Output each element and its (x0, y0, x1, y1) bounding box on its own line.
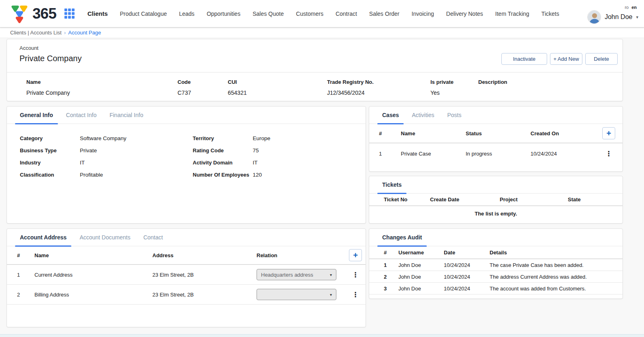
breadcrumb-separator: › (64, 30, 66, 36)
col-num: # (17, 252, 34, 258)
case-row: 1 Private Case In progress 10/24/2024 ⋮ (369, 143, 623, 164)
general-info-left-column: Category Software Company Business Type … (20, 135, 193, 183)
info-label: Number Of Employees (193, 171, 253, 178)
chevron-down-icon: ▾ (330, 273, 332, 277)
app-launcher-grid-icon[interactable] (64, 9, 75, 19)
breadcrumb-current[interactable]: Account Page (68, 30, 101, 36)
logo-text: 365 (32, 6, 56, 21)
field-value: J12/3456/2024 (327, 90, 430, 96)
breadcrumb: Clients | Accounts List › Account Page (0, 28, 644, 38)
audit-table-header: # Username Date Details (369, 246, 623, 259)
topbar-right: ro en John Doe ▾ (587, 3, 638, 24)
col-ticket-no: Ticket No (384, 196, 430, 203)
field-label: Trade Registry No. (327, 79, 430, 85)
nav-item-contract[interactable]: Contract (336, 11, 357, 17)
info-value: Europe (253, 135, 366, 142)
nav-item-product-catalogue[interactable]: Product Catalogue (120, 11, 167, 17)
nav-item-item-tracking[interactable]: Item Tracking (495, 11, 529, 17)
info-value: 120 (253, 171, 366, 178)
brand-logo[interactable]: 365 (9, 3, 56, 24)
nav-item-tickets[interactable]: Tickets (541, 11, 559, 17)
info-value: 75 (253, 147, 366, 154)
nav-item-leads[interactable]: Leads (179, 11, 195, 17)
empty-list-message: The list is empty. (369, 206, 623, 217)
cell-username: John Doe (398, 274, 444, 280)
chevron-down-icon: ▾ (636, 15, 638, 20)
field-label: Description (478, 79, 623, 85)
address-row: 2 Billing Address 23 Elm Street, 2B ▾ ⋮ (7, 285, 366, 305)
cell-name: Private Case (401, 151, 466, 157)
tab-general-info[interactable]: General Info (15, 112, 58, 124)
tab-changes-audit[interactable]: Changes Audit (377, 234, 427, 246)
info-label: Business Type (20, 147, 80, 154)
tab-activities[interactable]: Activities (407, 112, 439, 124)
tab-contact-info[interactable]: Contact Info (61, 112, 102, 124)
row-menu-icon[interactable]: ⋮ (349, 271, 362, 279)
cell-details: The case Private Case has been added. (490, 262, 616, 268)
account-titles: Account Private Company (19, 45, 81, 72)
cell-date: 10/24/2024 (444, 262, 490, 268)
tab-cases[interactable]: Cases (377, 112, 404, 124)
row-menu-icon[interactable]: ⋮ (349, 290, 362, 299)
tab-posts[interactable]: Posts (443, 112, 466, 124)
col-address: Address (152, 252, 257, 258)
nav-item-clients[interactable]: Clients (88, 10, 108, 17)
cases-tabs: Cases Activities Posts (369, 107, 623, 124)
col-status: Status (466, 130, 531, 137)
field-value: Private Company (26, 90, 178, 96)
field-description: Description (478, 79, 623, 96)
relation-select[interactable]: Headquarters address ▾ (257, 269, 336, 280)
info-value: Private (80, 147, 193, 154)
nav-item-delivery-notes[interactable]: Delivery Notes (446, 11, 483, 17)
nav-item-customers[interactable]: Customers (296, 11, 323, 17)
account-header-card: Account Private Company Inactivate + Add… (6, 39, 623, 101)
field-value: Yes (430, 90, 478, 96)
add-case-button[interactable]: + (602, 127, 615, 139)
inactivate-button[interactable]: Inactivate (501, 53, 547, 65)
field-label: Name (26, 79, 178, 85)
account-address-tabs: Account Address Account Documents Contac… (7, 229, 366, 246)
tab-tickets[interactable]: Tickets (377, 181, 407, 193)
nav-item-invoicing[interactable]: Invoicing (412, 11, 434, 17)
general-info-panel: General Info Contact Info Financial Info… (6, 106, 366, 224)
tab-financial-info[interactable]: Financial Info (105, 112, 148, 124)
info-label: Industry (20, 159, 80, 166)
account-address-panel: Account Address Account Documents Contac… (6, 228, 366, 327)
col-state: State (568, 196, 614, 203)
cases-table-header: # Name Status Created On + (369, 124, 623, 143)
tickets-panel: Tickets Ticket No Create Date Project St… (369, 176, 623, 224)
page-title: Private Company (19, 54, 81, 63)
lang-en[interactable]: en (631, 5, 637, 10)
nav-item-sales-order[interactable]: Sales Order (369, 11, 400, 17)
field-name: Name Private Company (26, 79, 178, 96)
bottom-strip (0, 334, 644, 337)
tab-account-documents[interactable]: Account Documents (75, 234, 135, 246)
nav-item-sales-quote[interactable]: Sales Quote (252, 11, 284, 17)
tab-account-address[interactable]: Account Address (15, 234, 71, 246)
row-menu-icon[interactable]: ⋮ (602, 149, 615, 158)
cases-panel: Cases Activities Posts # Name Status Cre… (369, 106, 623, 172)
audit-row: 2 John Doe 10/24/2024 The address Curren… (369, 271, 623, 283)
tab-contact[interactable]: Contact (139, 234, 168, 246)
delete-button[interactable]: Delete (585, 53, 618, 65)
account-label: Account (19, 45, 81, 51)
info-row-industry: Industry IT (20, 159, 193, 166)
breadcrumb-trail[interactable]: Clients | Accounts List (10, 30, 62, 36)
relation-select-value: Headquarters address (261, 272, 313, 278)
col-num: # (384, 250, 398, 256)
relation-select[interactable]: ▾ (257, 289, 336, 300)
user-menu[interactable]: John Doe ▾ (587, 10, 638, 24)
field-value: 654321 (228, 90, 327, 96)
field-label: CUI (228, 79, 327, 85)
nav-item-opportunities[interactable]: Opportunities (207, 11, 240, 17)
account-summary-fields: Name Private Company Code C737 CUI 65432… (7, 72, 623, 96)
lang-ro[interactable]: ro (625, 5, 629, 10)
add-new-button[interactable]: + Add New (550, 53, 582, 65)
address-table-header: # Name Address Relation + (7, 246, 366, 265)
field-is-private: Is private Yes (430, 79, 478, 96)
top-navigation-bar: 365 Clients Product Catalogue Leads Oppo… (0, 0, 644, 28)
add-address-button[interactable]: + (349, 249, 362, 261)
col-name: Name (34, 252, 152, 258)
cell-created-on: 10/24/2024 (531, 151, 600, 157)
cell-details: The address Current Address was added. (490, 274, 616, 280)
